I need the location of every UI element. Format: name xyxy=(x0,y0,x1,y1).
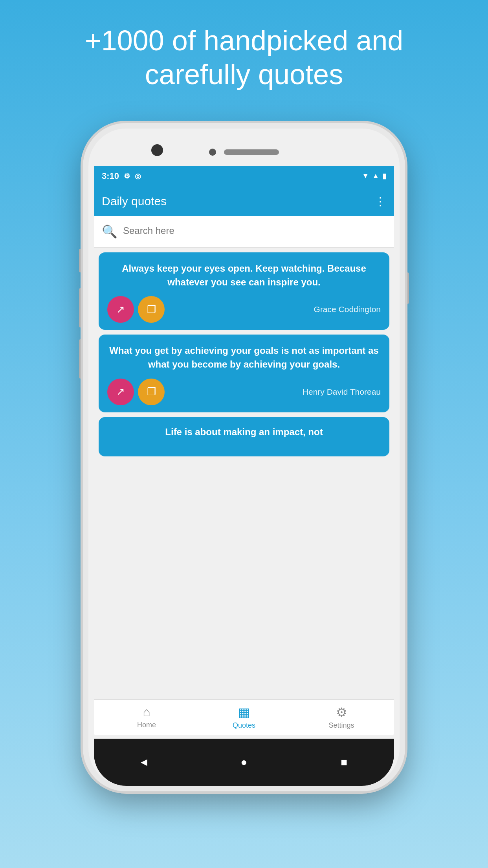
nav-label-quotes: Quotes xyxy=(233,721,255,730)
copy-icon: ❐ xyxy=(147,303,156,316)
volume-down-button xyxy=(79,339,83,379)
quote-author-1: Grace Coddington xyxy=(314,305,381,314)
camera-dot xyxy=(209,149,216,156)
phone-inner: 3:10 ⚙ ◎ ▼ ▲ ▮ Daily quotes ⋮ xyxy=(88,129,400,786)
copy-icon-2: ❐ xyxy=(147,386,156,398)
quote-text-2: What you get by achieving your goals is … xyxy=(107,344,381,371)
quote-actions-1: ↗ ❐ xyxy=(107,296,165,323)
bottom-nav: ⌂ Home ▦ Quotes ⚙ Settings xyxy=(94,699,394,735)
copy-button-1[interactable]: ❐ xyxy=(138,296,165,323)
quote-author-2: Henry David Thoreau xyxy=(303,387,381,397)
nav-item-settings[interactable]: ⚙ Settings xyxy=(293,705,390,730)
quote-actions-2: ↗ ❐ xyxy=(107,379,165,405)
android-recent-button[interactable]: ■ xyxy=(336,754,352,770)
settings-icon: ⚙ xyxy=(336,705,347,720)
search-bar: 🔍 xyxy=(94,216,394,248)
search-icon: 🔍 xyxy=(102,224,117,239)
phone-screen: 3:10 ⚙ ◎ ▼ ▲ ▮ Daily quotes ⋮ xyxy=(94,166,394,735)
headline-text: +1000 of handpicked and carefully quotes xyxy=(0,24,488,92)
quotes-list: Always keep your eyes open. Keep watchin… xyxy=(94,248,394,699)
speaker xyxy=(224,149,279,155)
quotes-nav-icon: ▦ xyxy=(238,705,250,720)
share-button-2[interactable]: ↗ xyxy=(107,379,134,405)
copy-button-2[interactable]: ❐ xyxy=(138,379,165,405)
android-home-button[interactable]: ● xyxy=(236,754,252,770)
overflow-menu-button[interactable]: ⋮ xyxy=(374,194,386,208)
android-back-button[interactable]: ◄ xyxy=(136,754,152,770)
quote-text-1: Always keep your eyes open. Keep watchin… xyxy=(107,262,381,289)
share-icon: ↗ xyxy=(116,303,125,316)
volume-up-button xyxy=(79,288,83,327)
app-title: Daily quotes xyxy=(102,195,167,208)
quote-card-2: What you get by achieving your goals is … xyxy=(99,335,389,412)
android-nav: ◄ ● ■ xyxy=(94,739,394,786)
power-button xyxy=(405,272,409,304)
mute-button xyxy=(79,249,83,272)
quote-card-3: Life is about making an impact, not xyxy=(99,417,389,456)
app-toolbar: Daily quotes ⋮ xyxy=(94,186,394,216)
phone-top-bar xyxy=(88,129,400,176)
quote-footer-2: ↗ ❐ Henry David Thoreau xyxy=(107,379,381,405)
share-button-1[interactable]: ↗ xyxy=(107,296,134,323)
phone-shell: 3:10 ⚙ ◎ ▼ ▲ ▮ Daily quotes ⋮ xyxy=(83,123,405,791)
share-icon-2: ↗ xyxy=(116,386,125,398)
nav-label-home: Home xyxy=(137,721,156,729)
search-input[interactable] xyxy=(123,225,386,238)
quote-card-1: Always keep your eyes open. Keep watchin… xyxy=(99,252,389,330)
quote-footer-1: ↗ ❐ Grace Coddington xyxy=(107,296,381,323)
nav-label-settings: Settings xyxy=(328,721,354,730)
front-camera xyxy=(151,144,163,156)
phone-mockup: 3:10 ⚙ ◎ ▼ ▲ ▮ Daily quotes ⋮ xyxy=(83,123,405,791)
quote-text-3: Life is about making an impact, not xyxy=(107,427,381,438)
nav-item-home[interactable]: ⌂ Home xyxy=(98,705,195,729)
home-icon: ⌂ xyxy=(143,705,150,719)
nav-item-quotes[interactable]: ▦ Quotes xyxy=(195,705,293,730)
